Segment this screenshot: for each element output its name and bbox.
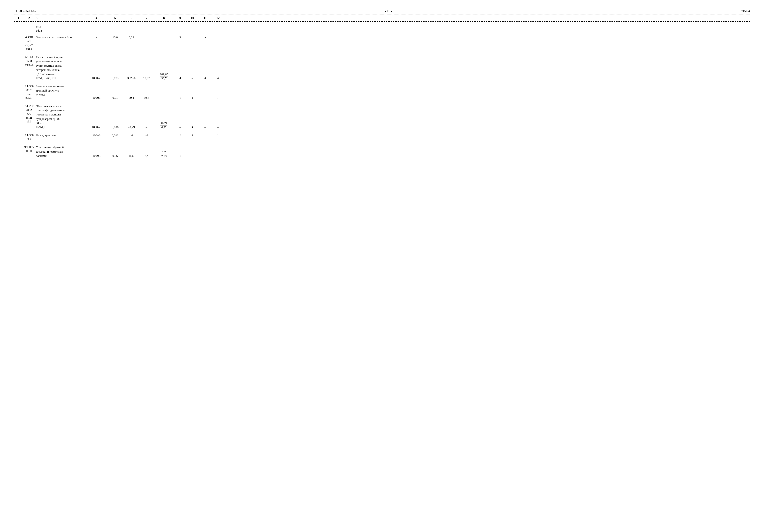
row5-col2: 5.Т-68 Т2-8 т.ч.п.95: [23, 55, 35, 67]
table-row: 8.Т-968 8I-2 То же, вручную 100м3 0,013 …: [14, 133, 750, 141]
row7-col2: 7.Т-257 3Т-2 т.ч. п.I.II рб.3: [23, 104, 35, 124]
row7-col11: –: [199, 125, 212, 129]
row9-col5: 0,06: [107, 154, 123, 158]
row8-col5: 0,013: [107, 133, 123, 138]
row8-col6: 46: [123, 133, 139, 138]
row6-col10: I: [186, 96, 199, 100]
table-row: 5.Т-68 Т2-8 т.ч.п.95 Рытье траншей прямо…: [14, 55, 750, 80]
row7-col5: 0,006: [107, 125, 123, 129]
row4-col11: ▲: [199, 35, 212, 40]
col-header-10: 10: [186, 16, 199, 20]
table-row: 9.Т-II85 II6-II Уплотнение обратной засы…: [14, 145, 750, 158]
row4-col2: 4. СШ ч.1 стр.27 9хI,2: [23, 35, 35, 51]
row6-col2: 6.Т-960 80-2 т.ч. п.3.67: [23, 84, 35, 100]
row9-col12: –: [212, 154, 224, 158]
row6-col5: 0,01: [107, 96, 123, 100]
row5-col9: 4: [174, 76, 186, 80]
row9-col6: II,6: [123, 154, 139, 158]
row5-col7: 12,87: [139, 76, 153, 80]
row9-col7: 7,4: [139, 154, 153, 158]
row5-col5: 0,073: [107, 76, 123, 80]
row4-col12: –: [212, 35, 224, 40]
col-header-4: 4: [86, 16, 107, 20]
row6-col11: –: [199, 96, 212, 100]
row4-col8: –: [153, 35, 174, 40]
row7-col3: Обратная засыпка за стенки фундаментов и…: [35, 104, 86, 129]
row6-col4: 100м3: [86, 96, 107, 100]
row5-col6: 302,50: [123, 76, 139, 80]
row8-col2: 8.Т-968 8I-2: [23, 133, 35, 141]
row6-col6: 89,4: [123, 96, 139, 100]
row4-col3: Отвозка на расстоя-ние I км: [35, 35, 86, 40]
row8-col10: I: [186, 133, 199, 138]
col-header-5: 5: [107, 16, 123, 20]
row4-col5: 10,8: [107, 35, 123, 40]
row9-col9: I: [174, 154, 186, 158]
row4-col4: т: [86, 35, 107, 40]
row9-col3: Уплотнение обратной засыпки пневмотрам- …: [35, 145, 86, 158]
doc-code: ТП503-05-11.85: [14, 9, 36, 13]
column-headers: I 2 3 4 5 6 7 8 9 10 11 12: [14, 15, 750, 22]
row4-col7: –: [139, 35, 153, 40]
col-header-7: 7: [139, 16, 153, 20]
row4-col10: –: [186, 35, 199, 40]
row9-col8: 1,2 2,73: [153, 150, 174, 158]
col-header-8: 8: [153, 16, 174, 20]
note-section: п.I.II. рб. 3 4. СШ ч.1 стр.27 9хI,2 Отв…: [14, 25, 750, 158]
row6-col12: I: [212, 96, 224, 100]
row5-col11: 4: [199, 76, 212, 80]
table-row: 7.Т-257 3Т-2 т.ч. п.I.II рб.3 Обратная з…: [14, 104, 750, 129]
row8-col9: I: [174, 133, 186, 138]
col-header-6: 6: [123, 16, 139, 20]
note-spacer1: [14, 25, 23, 33]
sheet-ref: 9151/4: [741, 9, 750, 13]
row7-col12: –: [212, 125, 224, 129]
row9-col2: 9.Т-II85 II6-II: [23, 145, 35, 153]
row8-col8: –: [153, 133, 174, 138]
table-row: 6.Т-960 80-2 т.ч. п.3.67 Зачистка дна и …: [14, 84, 750, 100]
page-header: ТП503-05-11.85 -19- 9151/4: [14, 9, 750, 13]
row7-col7: –: [139, 125, 153, 129]
row4-col6: 0,29: [123, 35, 139, 40]
col-header-3: 3: [35, 16, 86, 20]
col-header-9: 9: [174, 16, 186, 20]
row6-col7: 89,4: [139, 96, 153, 100]
table-row: 4. СШ ч.1 стр.27 9хI,2 Отвозка на рассто…: [14, 35, 750, 51]
row6-col3: Зачистка дна и стенок траншей вручную 74…: [35, 84, 86, 97]
row8-col4: 100м3: [86, 133, 107, 138]
row8-col12: I: [212, 133, 224, 138]
row7-col9: –: [174, 125, 186, 129]
note-text: п.I.II. рб. 3: [35, 25, 86, 33]
row4-col9: 3: [174, 35, 186, 40]
row8-col11: –: [199, 133, 212, 138]
row9-col11: –: [199, 154, 212, 158]
row5-col3: Рытье траншей прямо- угольного сечения в…: [35, 55, 86, 80]
row5-col12: 4: [212, 76, 224, 80]
note-spacer2: [23, 25, 35, 33]
row5-col4: 1000м3: [86, 76, 107, 80]
col-header-2: 2: [23, 16, 35, 20]
row9-col4: 100м3: [86, 154, 107, 158]
row6-col8: –: [153, 96, 174, 100]
row9-col10: –: [186, 154, 199, 158]
col-header-12: 12: [212, 16, 224, 20]
row7-col4: 1000м3: [86, 125, 107, 129]
row5-col8: 289,63 90,7: [153, 72, 174, 80]
row7-col10: ▲: [186, 125, 199, 129]
row8-col7: 46: [139, 133, 153, 138]
row7-col6: 20,79: [123, 125, 139, 129]
col-header-1: I: [14, 16, 23, 20]
row7-col8: 20,79 6,92: [153, 121, 174, 129]
row6-col9: I: [174, 96, 186, 100]
page-number: -19-: [36, 9, 741, 13]
row5-col10: –: [186, 76, 199, 80]
row8-col3: То же, вручную: [35, 133, 86, 138]
col-header-11: 11: [199, 16, 212, 20]
